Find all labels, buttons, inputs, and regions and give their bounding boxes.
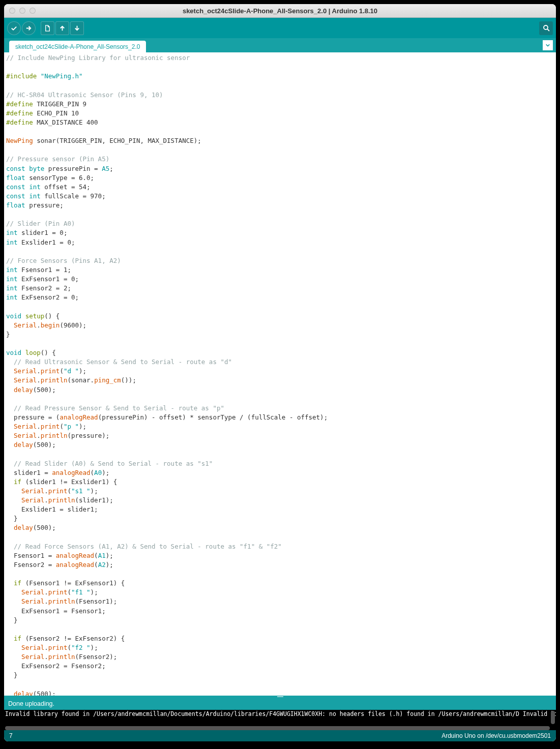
horizontal-scrollbar[interactable] (5, 726, 550, 730)
upload-button[interactable] (22, 21, 36, 35)
minimize-window-button[interactable] (19, 8, 25, 14)
code-editor[interactable]: // Include NewPing Library for ultrasoni… (4, 52, 556, 696)
code-token: ); (91, 487, 98, 495)
code-token: A5 (102, 165, 109, 172)
arrow-right-icon (25, 24, 33, 32)
code-line: ExFsensor2 = Fsensor2; (6, 662, 106, 670)
code-token: ( (67, 644, 71, 651)
code-token: analogRead (56, 552, 94, 559)
code-token: . (44, 496, 48, 504)
code-token: NewPing (6, 137, 33, 144)
toolbar (4, 18, 556, 38)
code-line: } (6, 616, 18, 624)
code-token: . (44, 597, 48, 605)
code-token: pressure; (25, 201, 64, 209)
code-token: A1 (98, 552, 106, 559)
code-token: if (6, 635, 21, 642)
code-token: analogRead (60, 413, 98, 421)
code-token: Serial (6, 367, 37, 375)
code-token: "s1 " (71, 487, 91, 495)
code-token: ()); (121, 376, 136, 384)
open-sketch-button[interactable] (55, 21, 69, 35)
code-token: delay (6, 441, 33, 448)
console-output[interactable]: Invalid library found in /Users/andrewmc… (4, 710, 556, 730)
code-token: () { (41, 349, 56, 356)
code-token: . (37, 367, 41, 375)
code-token: ); (91, 644, 98, 651)
code-token: fullScale = 970; (41, 192, 106, 200)
chevron-down-icon (545, 43, 550, 48)
code-line: } (6, 671, 18, 679)
code-token: A2 (98, 561, 106, 568)
footer-bar: 7 Arduino Uno on /dev/cu.usbmodem2501 (4, 730, 556, 741)
code-token: int (6, 266, 18, 274)
tab-bar: sketch_oct24cSlide-A-Phone_All-Sensors_2… (4, 38, 556, 52)
code-token: println (48, 653, 75, 661)
verify-button[interactable] (7, 21, 21, 35)
code-token: "NewPing.h" (37, 72, 82, 80)
code-token: (Fsensor2); (75, 653, 117, 661)
code-token: print (48, 487, 68, 495)
code-token: . (44, 653, 48, 661)
code-token: float (6, 174, 25, 182)
new-sketch-button[interactable] (41, 21, 54, 35)
code-token: const byte (6, 165, 44, 172)
file-icon (44, 24, 51, 32)
line-number: 7 (9, 732, 13, 739)
code-line: } (6, 515, 18, 522)
code-token: delay (6, 690, 33, 696)
code-token: (500); (33, 386, 56, 394)
code-token: int (6, 275, 18, 283)
code-line: // Read Slider (A0) & Send to Serial - r… (6, 460, 213, 467)
code-token: ( (67, 588, 71, 596)
tab-active[interactable]: sketch_oct24cSlide-A-Phone_All-Sensors_2… (9, 41, 146, 52)
code-token: #define (6, 100, 33, 108)
check-icon (10, 24, 18, 32)
code-token: ); (91, 588, 98, 596)
zoom-window-button[interactable] (30, 8, 36, 14)
code-token: ( (94, 552, 98, 559)
code-line: // Include NewPing Library for ultrasoni… (6, 54, 190, 62)
code-token: ExFsensor2 = 0; (18, 293, 79, 301)
code-token: pressurePin = (44, 165, 102, 172)
code-line: // HC-SR04 Ultrasonic Sensor (Pins 9, 10… (6, 91, 163, 99)
serial-monitor-button[interactable] (539, 21, 553, 35)
code-token: Fsensor2 = (6, 561, 56, 568)
code-token: . (44, 487, 48, 495)
code-token: A0 (94, 469, 102, 476)
arrow-up-icon (58, 24, 66, 32)
code-token: (Fsensor1 != ExFsensor1) { (21, 579, 125, 587)
code-token: delay (6, 524, 33, 531)
code-token: "p " (64, 423, 79, 430)
code-token: (pressurePin) - offset) * sensorType / (… (98, 413, 328, 421)
code-token: delay (6, 386, 33, 394)
code-token: Fsensor2 = 2; (18, 284, 71, 292)
code-token: ExFsensor1 = 0; (18, 275, 79, 283)
code-line: } (6, 331, 10, 338)
code-token: MAX_DISTANCE 400 (33, 118, 98, 126)
panel-divider[interactable] (4, 696, 556, 699)
vertical-scrollbar[interactable] (551, 711, 555, 724)
svg-line-1 (547, 29, 549, 31)
code-token: void (6, 312, 21, 320)
save-sketch-button[interactable] (70, 21, 84, 35)
code-line: // Read Force Sensors (A1, A2) & Send to… (6, 543, 282, 550)
code-token: Serial (6, 597, 44, 605)
drag-handle-icon (270, 696, 290, 698)
code-token: TRIGGER_PIN 9 (33, 100, 86, 108)
code-token: int (6, 284, 18, 292)
code-token: print (41, 423, 60, 430)
code-token: analogRead (56, 561, 94, 568)
titlebar[interactable]: sketch_oct24cSlide-A-Phone_All-Sensors_2… (4, 4, 556, 18)
tab-dropdown-button[interactable] (543, 40, 553, 50)
arrow-down-icon (73, 24, 81, 32)
close-window-button[interactable] (9, 8, 15, 14)
code-token: sonar(TRIGGER_PIN, ECHO_PIN, MAX_DISTANC… (33, 137, 201, 144)
code-token: (slider1); (75, 496, 113, 504)
code-token: print (41, 367, 60, 375)
code-token: (500); (33, 441, 56, 448)
code-token: ); (106, 561, 113, 568)
code-token: Serial (6, 376, 37, 384)
code-token: Serial (6, 644, 44, 651)
code-token: Serial (6, 487, 44, 495)
